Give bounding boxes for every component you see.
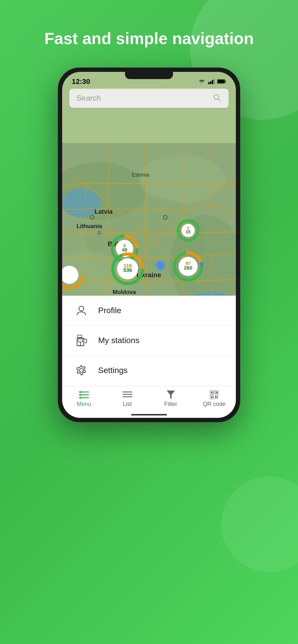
- svg-point-21: [155, 260, 166, 271]
- settings-label: Settings: [98, 366, 128, 375]
- svg-text:15: 15: [186, 230, 191, 234]
- wifi-icon: [198, 79, 206, 84]
- svg-point-69: [79, 394, 81, 396]
- svg-text:Estonia: Estonia: [132, 172, 150, 178]
- svg-point-70: [79, 397, 81, 399]
- bottom-sheet: Profile My st: [62, 296, 236, 418]
- nav-menu-label: Menu: [77, 400, 91, 407]
- svg-rect-84: [215, 396, 216, 397]
- svg-text:49: 49: [122, 247, 127, 252]
- nav-item-filter[interactable]: Filter: [149, 390, 192, 407]
- svg-rect-81: [216, 392, 218, 393]
- gear-icon: [74, 363, 89, 378]
- svg-rect-50: [218, 80, 224, 83]
- gas-station-icon: [74, 333, 89, 348]
- signal-icon: [208, 79, 215, 84]
- svg-text:Lithuania: Lithuania: [77, 223, 102, 229]
- page-title: Fast and simple navigation: [44, 29, 254, 48]
- svg-rect-49: [225, 81, 226, 82]
- menu-item-profile[interactable]: Profile: [62, 296, 236, 326]
- nav-filter-label: Filter: [164, 400, 177, 407]
- nav-item-qr[interactable]: QR code: [192, 390, 236, 407]
- menu-icon: [78, 390, 89, 399]
- search-icon: [213, 94, 221, 103]
- svg-point-68: [79, 391, 81, 393]
- svg-marker-77: [167, 390, 175, 399]
- svg-text:260: 260: [184, 265, 192, 270]
- svg-rect-86: [215, 397, 216, 398]
- status-time: 12:30: [72, 78, 90, 86]
- bottom-nav: Menu List: [62, 387, 236, 418]
- svg-rect-44: [208, 82, 209, 84]
- phone-frame: Latvia Lithuania Belarus Ukraine Moldova…: [58, 68, 240, 422]
- qr-code-icon: [209, 390, 220, 399]
- svg-rect-55: [78, 339, 83, 342]
- phone-notch: [125, 72, 173, 79]
- svg-rect-47: [214, 79, 215, 84]
- list-icon: [122, 390, 133, 399]
- svg-rect-79: [211, 392, 213, 393]
- profile-label: Profile: [98, 306, 121, 315]
- nav-list-label: List: [123, 400, 132, 407]
- my-stations-label: My stations: [98, 336, 139, 345]
- person-icon: [74, 303, 89, 318]
- filter-icon: [165, 390, 176, 399]
- menu-item-settings[interactable]: Settings: [62, 356, 236, 386]
- svg-rect-45: [210, 81, 211, 84]
- svg-text:Latvia: Latvia: [95, 208, 113, 215]
- svg-text:Moldova: Moldova: [112, 289, 136, 295]
- svg-rect-85: [217, 396, 218, 397]
- nav-qr-label: QR code: [203, 400, 226, 407]
- search-placeholder: Search: [77, 94, 213, 102]
- svg-line-52: [218, 99, 221, 101]
- svg-point-53: [79, 306, 84, 311]
- battery-icon: [217, 79, 226, 84]
- svg-rect-59: [77, 335, 82, 338]
- nav-item-menu[interactable]: Menu: [62, 390, 106, 407]
- svg-text:536: 536: [123, 267, 132, 273]
- svg-point-2: [139, 155, 225, 203]
- home-indicator: [131, 414, 167, 416]
- nav-item-list[interactable]: List: [106, 390, 149, 407]
- menu-item-my-stations[interactable]: My stations: [62, 326, 236, 356]
- status-icons: [198, 79, 226, 84]
- phone-screen: Latvia Lithuania Belarus Ukraine Moldova…: [62, 72, 236, 418]
- search-bar[interactable]: Search: [69, 89, 229, 108]
- svg-rect-46: [212, 80, 213, 84]
- svg-rect-83: [211, 396, 213, 398]
- svg-rect-87: [217, 397, 218, 398]
- svg-point-60: [79, 368, 83, 372]
